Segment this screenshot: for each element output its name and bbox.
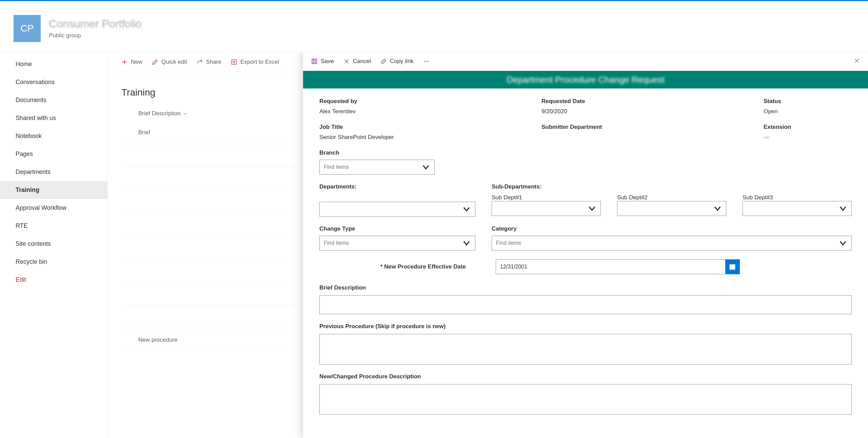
change-type-combo[interactable] <box>319 236 475 251</box>
brief-desc-label: Brief Description <box>319 284 852 291</box>
nav-departments[interactable]: Departments <box>0 163 107 181</box>
new-proc-input[interactable] <box>319 384 852 415</box>
chevron-down-icon <box>462 205 471 214</box>
requested-date-label: Requested Date <box>541 98 747 105</box>
sub1-input[interactable] <box>496 205 588 212</box>
requested-by-label: Requested by <box>319 98 525 105</box>
date-picker-button[interactable] <box>725 259 740 274</box>
sub2-input[interactable] <box>622 205 713 212</box>
sub-departments-label: Sub-Departments: <box>492 183 852 190</box>
branch-input[interactable] <box>324 164 421 170</box>
nav-approval[interactable]: Approval Workflow <box>0 199 107 217</box>
category-combo[interactable] <box>492 236 852 251</box>
save-button[interactable]: Save <box>311 58 334 65</box>
nav-pages[interactable]: Pages <box>0 145 107 163</box>
category-label: Category <box>492 225 852 232</box>
close-icon <box>343 58 350 64</box>
svg-rect-11 <box>312 59 317 64</box>
close-panel-button[interactable] <box>854 58 860 65</box>
cancel-label: Cancel <box>353 58 371 65</box>
status-value: Open <box>764 108 852 115</box>
nav-documents[interactable]: Documents <box>0 91 107 109</box>
departments-label: Departments: <box>319 183 475 190</box>
panel-toolbar: Save Cancel Copy link <box>303 52 868 71</box>
quick-edit-label: Quick edit <box>161 59 187 65</box>
nav-site-contents[interactable]: Site contents <box>0 235 107 253</box>
chevron-down-icon <box>462 239 471 247</box>
extension-value: — <box>764 134 852 141</box>
sub3-label: Sub Dept#3 <box>743 194 773 201</box>
site-title: Consumer Portfolio <box>49 18 142 30</box>
branch-combo[interactable] <box>319 160 435 175</box>
prev-proc-label: Previous Procedure (Skip if procedure is… <box>319 323 852 330</box>
sub3-input[interactable] <box>747 205 839 212</box>
share-label: Share <box>206 59 221 65</box>
change-type-label: Change Type <box>319 225 475 232</box>
extension-label: Extension <box>764 124 852 131</box>
copy-link-button[interactable]: Copy link <box>380 58 414 65</box>
nav-rte[interactable]: RTE <box>0 217 107 235</box>
share-icon <box>197 59 203 65</box>
more-button[interactable] <box>423 58 429 64</box>
share-button[interactable]: Share <box>197 59 221 65</box>
effective-date-input[interactable] <box>500 264 721 270</box>
quick-edit-button[interactable]: Quick edit <box>152 59 187 65</box>
more-icon <box>423 58 429 64</box>
site-subtitle: Public group <box>49 32 142 39</box>
chevron-down-icon <box>839 204 847 213</box>
effective-date-field[interactable] <box>496 259 725 274</box>
chevron-down-icon <box>421 163 430 172</box>
job-title-label: Job Title <box>319 124 525 131</box>
sub2-combo[interactable] <box>617 201 726 216</box>
cancel-button[interactable]: Cancel <box>343 58 371 65</box>
svg-point-14 <box>428 61 429 62</box>
nav-shared[interactable]: Shared with us <box>0 109 107 127</box>
site-logo: CP <box>14 15 41 42</box>
calendar-icon <box>729 263 736 270</box>
nav-edit[interactable]: Edit <box>0 271 107 289</box>
branch-label: Branch <box>319 150 852 156</box>
change-type-input[interactable] <box>324 240 462 246</box>
link-icon <box>380 58 387 64</box>
sub2-label: Sub Dept#2 <box>617 194 648 201</box>
svg-rect-15 <box>730 265 735 270</box>
svg-point-13 <box>426 61 427 62</box>
svg-point-12 <box>424 61 425 62</box>
new-proc-label: New/Changed Procedure Description <box>319 373 852 380</box>
copy-label: Copy link <box>390 58 414 65</box>
nav-notebook[interactable]: Notebook <box>0 127 107 145</box>
row-brief: New procedure <box>138 337 177 343</box>
nav-recycle[interactable]: Recycle bin <box>0 253 107 271</box>
chevron-down-icon <box>713 204 722 213</box>
new-button[interactable]: New <box>121 59 142 65</box>
status-label: Status <box>764 98 852 105</box>
chevron-down-icon <box>183 111 188 116</box>
edit-panel: Save Cancel Copy link <box>303 52 868 438</box>
sub1-combo[interactable] <box>492 201 601 216</box>
excel-icon <box>231 59 237 65</box>
nav-conversations[interactable]: Conversations <box>0 73 107 91</box>
nav-home[interactable]: Home <box>0 55 107 73</box>
departments-combo[interactable] <box>319 202 475 217</box>
quick-launch-nav: Home Conversations Documents Shared with… <box>0 54 107 289</box>
sub1-label: Sub Dept#1 <box>492 194 522 201</box>
new-label: New <box>131 59 142 65</box>
requested-by-value: Alex Terentiev <box>319 108 525 115</box>
nav-training[interactable]: Training <box>0 181 107 199</box>
job-title-value: Senior SharePoint Developer <box>319 134 525 141</box>
brief-desc-input[interactable] <box>319 295 852 314</box>
submitter-dept-label: Submitter Department <box>541 124 747 131</box>
pencil-icon <box>152 59 158 65</box>
export-button[interactable]: Export to Excel <box>231 59 279 65</box>
banner-title: Department Procedure Change Request <box>507 75 664 85</box>
effective-date-label: * New Procedure Effective Date <box>319 263 475 270</box>
col-brief-label: Brief Description <box>138 110 181 117</box>
category-input[interactable] <box>496 240 839 246</box>
x-icon <box>854 58 860 64</box>
prev-proc-input[interactable] <box>319 334 852 364</box>
departments-input[interactable] <box>324 206 462 212</box>
save-icon <box>311 58 317 64</box>
requested-date-value: 9/20/2020 <box>541 108 747 115</box>
sub3-combo[interactable] <box>743 201 852 216</box>
panel-banner: Department Procedure Change Request <box>303 71 868 88</box>
